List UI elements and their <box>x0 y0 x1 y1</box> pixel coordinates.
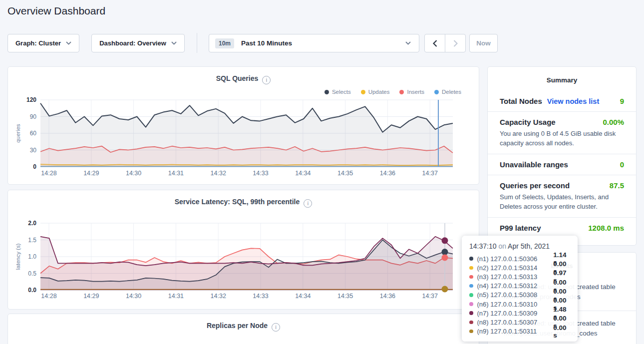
dashboard-dropdown-label: Dashboard: Overview <box>99 39 166 47</box>
sql-queries-panel: SQL Queriesi SelectsUpdatesInsertsDelete… <box>7 66 479 185</box>
time-range-label: Past 10 Minutes <box>241 39 292 47</box>
tooltip-node-label: (n6) 127.0.0.1:50310 <box>477 301 554 308</box>
x-tick-label: 14:36 <box>380 170 395 177</box>
info-icon[interactable]: i <box>272 323 280 332</box>
tooltip-node-label: (n4) 127.0.0.1:50312 <box>477 282 554 290</box>
x-tick-label: 14:33 <box>253 170 268 177</box>
summary-value: 87.5 <box>610 181 624 190</box>
sql-queries-chart[interactable]: 14:2814:2914:3014:3114:3214:3314:3414:35… <box>8 94 479 179</box>
graph-dropdown-label: Graph: Cluster <box>15 39 61 47</box>
tooltip-node-label: (n1) 127.0.0.1:50306 <box>477 255 554 263</box>
x-tick-label: 14:34 <box>295 170 311 177</box>
node-color-dot <box>469 275 473 279</box>
summary-label: Total Nodes <box>500 97 542 105</box>
chevron-left-icon <box>433 40 437 47</box>
summary-value: 9 <box>620 97 624 105</box>
node-color-dot <box>469 284 473 288</box>
service-latency-chart[interactable]: 14:2814:2914:3014:3114:3214:3314:3414:35… <box>8 218 479 304</box>
info-icon[interactable]: i <box>304 199 312 208</box>
node-color-dot <box>469 321 473 325</box>
x-tick-label: 14:35 <box>337 170 353 177</box>
chart-title: Replicas per Nodei <box>8 322 479 332</box>
y-tick-label: 90 <box>30 113 37 120</box>
now-button[interactable]: Now <box>469 34 498 52</box>
tooltip-node-label: (n3) 127.0.0.1:50313 <box>477 273 554 281</box>
legend-dot-icon <box>324 90 329 94</box>
node-color-dot <box>469 330 473 334</box>
summary-row: P99 latency1208.0 ms <box>488 217 636 238</box>
tooltip-node-label: (n8) 127.0.0.1:50307 <box>477 319 554 326</box>
crosshair-dot <box>442 255 448 261</box>
node-color-dot <box>469 311 473 315</box>
time-range-badge: 10m <box>215 38 234 48</box>
summary-row-main: Queries per second87.5 <box>500 181 624 190</box>
view-nodes-link[interactable]: View nodes list <box>547 97 600 105</box>
crosshair-dot <box>442 286 448 292</box>
crosshair-dot <box>442 237 448 244</box>
tooltip-node-label: (n5) 127.0.0.1:50308 <box>477 291 554 299</box>
x-tick-label: 14:32 <box>211 293 226 300</box>
series-area <box>40 103 453 167</box>
info-icon[interactable]: i <box>262 76 271 84</box>
chart-title: Service Latency: SQL, 99th percentilei <box>8 198 479 208</box>
next-time-button[interactable] <box>445 34 465 52</box>
time-step-group <box>424 34 466 52</box>
summary-row: Capacity Usage0.00%You are using 0 B of … <box>488 111 636 154</box>
summary-row-main: P99 latency1208.0 ms <box>500 224 624 232</box>
chart-title: SQL Queriesi <box>8 74 479 84</box>
summary-row: Unavailable ranges0 <box>488 154 636 175</box>
y-tick-label: 30 <box>30 147 37 154</box>
legend-dot-icon <box>434 90 439 94</box>
tooltip-row: (n9) 127.0.0.1:503110.00 s <box>468 327 571 336</box>
tooltip-node-value: 0.00 s <box>553 324 571 339</box>
node-color-dot <box>469 293 473 297</box>
summary-value: 1208.0 ms <box>588 224 624 232</box>
previous-time-button[interactable] <box>425 34 445 52</box>
chart-tooltip: 14:37:10 on Apr 5th, 2021 (n1) 127.0.0.1… <box>462 236 578 342</box>
node-color-dot <box>469 302 473 306</box>
graph-dropdown[interactable]: Graph: Cluster <box>7 34 79 52</box>
x-tick-label: 14:28 <box>41 170 56 177</box>
chevron-right-icon <box>453 40 458 47</box>
x-tick-label: 14:29 <box>83 293 99 300</box>
summary-label: P99 latency <box>500 224 541 232</box>
node-color-dot <box>469 266 473 270</box>
x-tick-label: 14:35 <box>337 293 353 300</box>
page-title: Overview Dashboard <box>7 5 105 17</box>
y-tick-label: 0.0 <box>28 287 36 294</box>
x-tick-label: 14:31 <box>168 170 184 177</box>
summary-value: 0 <box>620 160 624 169</box>
summary-label: Queries per second <box>500 181 570 190</box>
summary-label: Capacity Usage <box>500 118 556 126</box>
x-tick-label: 14:37 <box>422 170 438 177</box>
summary-title: Summary <box>488 67 636 84</box>
tooltip-node-label: (n2) 127.0.0.1:50314 <box>477 264 554 272</box>
y-tick-label: 0.5 <box>28 270 36 277</box>
now-button-label: Now <box>470 39 497 47</box>
x-tick-label: 14:32 <box>211 170 226 177</box>
y-tick-label: 1.5 <box>28 237 36 244</box>
summary-row-main: Total NodesView nodes list9 <box>500 97 624 105</box>
dashboard-dropdown[interactable]: Dashboard: Overview <box>91 34 185 52</box>
summary-row-main: Unavailable ranges0 <box>500 160 624 169</box>
y-axis-label: latency (s) <box>15 243 21 270</box>
time-range-dropdown[interactable]: 10m Past 10 Minutes <box>209 34 419 52</box>
y-axis-label: queries <box>15 124 21 143</box>
x-tick-label: 14:36 <box>380 293 395 300</box>
crosshair-dot <box>442 249 448 255</box>
y-tick-label: 120 <box>26 96 36 103</box>
node-color-dot <box>469 257 473 261</box>
x-tick-label: 14:30 <box>126 170 141 177</box>
summary-description: You are using 0 B of 4.5 GiB usable disk… <box>500 129 624 148</box>
summary-panel: Summary Total NodesView nodes list9Capac… <box>487 66 637 246</box>
chevron-down-icon <box>405 41 411 45</box>
chevron-down-icon <box>66 41 71 45</box>
x-tick-label: 14:37 <box>422 293 438 300</box>
x-tick-label: 14:28 <box>41 293 56 300</box>
legend-dot-icon <box>399 90 404 94</box>
summary-row-main: Capacity Usage0.00% <box>500 118 624 126</box>
replicas-per-node-panel: Replicas per Nodei <box>7 314 479 344</box>
service-latency-panel: Service Latency: SQL, 99th percentilei 1… <box>7 190 479 310</box>
tooltip-timestamp: 14:37:10 on Apr 5th, 2021 <box>469 242 571 250</box>
y-tick-label: 2.0 <box>28 220 36 227</box>
